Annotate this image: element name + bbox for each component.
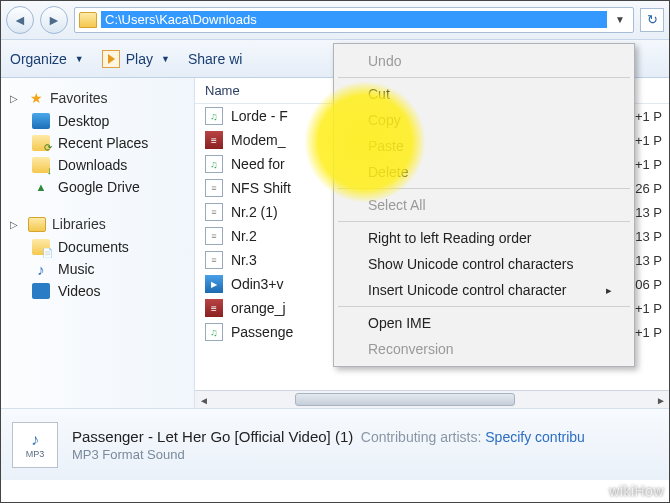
txt-file-icon [205,251,223,269]
file-name: Modem_ [231,132,285,148]
scroll-left-arrow[interactable]: ◄ [195,391,213,409]
sidebar-item-desktop[interactable]: Desktop [0,110,194,132]
ctx-open-ime[interactable]: Open IME [336,310,632,336]
file-date: +1 P [635,109,662,124]
ctx-undo: Undo [336,48,632,74]
chevron-down-icon: ▼ [161,54,170,64]
address-path[interactable]: C:\Users\Kaca\Downloads [101,11,607,28]
ctx-label: Reconversion [368,341,454,357]
ctx-label: Insert Unicode control character [368,282,566,298]
sidebar-group-label: Libraries [52,216,106,232]
nav-forward-button[interactable]: ► [40,6,68,34]
rar-file-icon [205,299,223,317]
sidebar-item-documents[interactable]: Documents [0,236,194,258]
sidebar-item-label: Videos [58,283,101,299]
sidebar-group-favorites[interactable]: ▷ ★ Favorites [0,86,194,110]
file-date: +1 P [635,157,662,172]
music-icon [32,261,50,277]
sidebar-item-label: Recent Places [58,135,148,151]
toolbar-label: Play [126,51,153,67]
videos-icon [32,283,50,299]
sidebar-item-gdrive[interactable]: Google Drive [0,176,194,198]
ctx-select-all: Select All [336,192,632,218]
ctx-paste[interactable]: Paste [336,133,632,159]
rar-file-icon [205,131,223,149]
file-name: Odin3+v [231,276,284,292]
ctx-insert-unicode[interactable]: Insert Unicode control character [336,277,632,303]
desktop-icon [32,113,50,129]
share-button[interactable]: Share wi [188,51,242,67]
details-meta-link[interactable]: Specify contribu [485,429,585,445]
chevron-down-icon: ▼ [75,54,84,64]
caret-icon: ▷ [10,93,22,104]
column-label: Name [205,83,240,98]
ctx-label: Open IME [368,315,431,331]
watermark: wikiHow [609,483,664,499]
ctx-label: Show Unicode control characters [368,256,573,272]
music-file-icon [205,107,223,125]
separator [338,306,630,307]
file-name: Passenge [231,324,293,340]
separator [338,77,630,78]
sidebar-item-label: Desktop [58,113,109,129]
music-file-icon [205,323,223,341]
horizontal-scrollbar[interactable]: ◄ ► [195,390,670,408]
ctx-copy[interactable]: Copy [336,107,632,133]
ctx-label: Right to left Reading order [368,230,531,246]
ctx-cut[interactable]: Cut [336,81,632,107]
file-name: NFS Shift [231,180,291,196]
ctx-delete[interactable]: Delete [336,159,632,185]
file-name: Lorde - F [231,108,288,124]
separator [338,188,630,189]
scroll-right-arrow[interactable]: ► [652,391,670,409]
play-button[interactable]: Play ▼ [102,50,170,68]
txt-file-icon [205,203,223,221]
file-date: +1 P [635,301,662,316]
star-icon: ★ [28,90,44,106]
ctx-reconversion: Reconversion [336,336,632,362]
file-name: orange_j [231,300,286,316]
sidebar-group-libraries[interactable]: ▷ Libraries [0,212,194,236]
downloads-icon [32,157,50,173]
scroll-thumb[interactable] [295,393,515,406]
ctx-label: Copy [368,112,401,128]
odin-file-icon [205,275,223,293]
ctx-rtl[interactable]: Right to left Reading order [336,225,632,251]
recent-icon [32,135,50,151]
ctx-label: Undo [368,53,401,69]
sidebar-item-label: Google Drive [58,179,140,195]
context-menu: Undo Cut Copy Paste Delete Select All Ri… [333,43,635,367]
libraries-icon [28,217,46,232]
mp3-file-icon: MP3 [12,422,58,468]
separator [338,221,630,222]
details-title: Passenger - Let Her Go [Official Video] … [72,428,353,445]
file-date: 13 P [635,205,662,220]
sidebar-item-music[interactable]: Music [0,258,194,280]
file-date: 13 P [635,253,662,268]
refresh-button[interactable]: ↻ [640,8,664,32]
sidebar-item-recent[interactable]: Recent Places [0,132,194,154]
sidebar-item-downloads[interactable]: Downloads [0,154,194,176]
address-bar[interactable]: C:\Users\Kaca\Downloads ▼ [74,7,634,33]
toolbar-label: Share wi [188,51,242,67]
navigation-sidebar: ▷ ★ Favorites Desktop Recent Places Down… [0,78,195,408]
details-subtitle: MP3 Format Sound [72,447,585,462]
folder-icon [79,12,97,28]
txt-file-icon [205,179,223,197]
organize-button[interactable]: Organize ▼ [10,51,84,67]
file-name: Nr.2 (1) [231,204,278,220]
sidebar-item-label: Downloads [58,157,127,173]
toolbar-label: Organize [10,51,67,67]
file-date: 06 P [635,277,662,292]
ctx-show-unicode[interactable]: Show Unicode control characters [336,251,632,277]
ctx-label: Cut [368,86,390,102]
file-date: 26 P [635,181,662,196]
sidebar-item-label: Music [58,261,95,277]
sidebar-item-label: Documents [58,239,129,255]
sidebar-group-label: Favorites [50,90,108,106]
address-dropdown[interactable]: ▼ [611,14,629,25]
ctx-label: Select All [368,197,426,213]
nav-back-button[interactable]: ◄ [6,6,34,34]
documents-icon [32,239,50,255]
sidebar-item-videos[interactable]: Videos [0,280,194,302]
